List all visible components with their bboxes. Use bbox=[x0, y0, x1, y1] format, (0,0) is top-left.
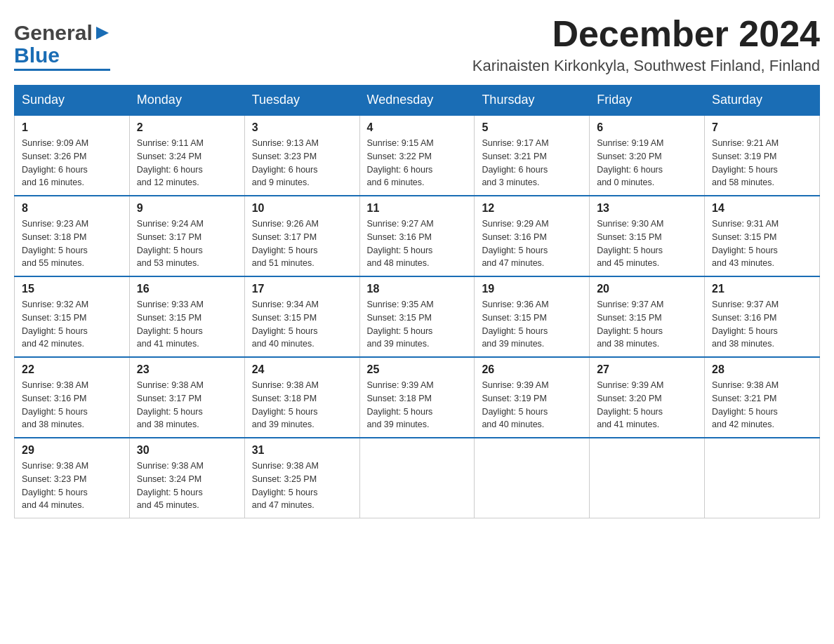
sunset-text: Sunset: 3:15 PM bbox=[597, 232, 661, 242]
sunrise-text: Sunrise: 9:39 AM bbox=[367, 380, 434, 390]
day-info: Sunrise: 9:38 AM Sunset: 3:21 PM Dayligh… bbox=[712, 379, 812, 431]
daylight-text: Daylight: 6 hours bbox=[22, 165, 88, 175]
day-number: 27 bbox=[597, 363, 697, 376]
sunrise-text: Sunrise: 9:30 AM bbox=[597, 219, 663, 229]
sunrise-text: Sunrise: 9:38 AM bbox=[712, 380, 779, 390]
sunset-text: Sunset: 3:26 PM bbox=[22, 152, 86, 161]
minutes-text: and 53 minutes. bbox=[137, 258, 199, 268]
sunset-text: Sunset: 3:15 PM bbox=[252, 313, 317, 323]
calendar-cell: 6 Sunrise: 9:19 AM Sunset: 3:20 PM Dayli… bbox=[590, 115, 705, 196]
daylight-text: Daylight: 6 hours bbox=[137, 165, 203, 175]
day-info: Sunrise: 9:39 AM Sunset: 3:18 PM Dayligh… bbox=[367, 379, 468, 431]
sunset-text: Sunset: 3:24 PM bbox=[137, 474, 201, 484]
day-info: Sunrise: 9:34 AM Sunset: 3:15 PM Dayligh… bbox=[252, 298, 352, 351]
day-info: Sunrise: 9:31 AM Sunset: 3:15 PM Dayligh… bbox=[712, 217, 812, 270]
daylight-text: Daylight: 6 hours bbox=[597, 165, 663, 175]
daylight-text: Daylight: 5 hours bbox=[252, 488, 318, 497]
daylight-text: Daylight: 5 hours bbox=[597, 246, 663, 255]
sunrise-text: Sunrise: 9:13 AM bbox=[252, 138, 319, 148]
week-row-4: 22 Sunrise: 9:38 AM Sunset: 3:16 PM Dayl… bbox=[15, 357, 820, 438]
daylight-text: Daylight: 6 hours bbox=[482, 165, 548, 175]
daylight-text: Daylight: 5 hours bbox=[367, 407, 433, 417]
daylight-text: Daylight: 5 hours bbox=[137, 326, 203, 336]
sunset-text: Sunset: 3:20 PM bbox=[597, 152, 661, 161]
day-number: 21 bbox=[712, 283, 812, 295]
sunrise-text: Sunrise: 9:29 AM bbox=[482, 219, 548, 229]
page-header: General Blue December 2024 Karinaisten K… bbox=[14, 14, 820, 78]
calendar-cell: 16 Sunrise: 9:33 AM Sunset: 3:15 PM Dayl… bbox=[129, 276, 244, 357]
day-info: Sunrise: 9:26 AM Sunset: 3:17 PM Dayligh… bbox=[252, 217, 352, 270]
sunrise-text: Sunrise: 9:31 AM bbox=[712, 219, 779, 229]
sunset-text: Sunset: 3:21 PM bbox=[712, 394, 776, 403]
daylight-text: Daylight: 5 hours bbox=[597, 326, 663, 336]
minutes-text: and 39 minutes. bbox=[367, 339, 430, 349]
day-number: 10 bbox=[252, 202, 352, 215]
daylight-text: Daylight: 5 hours bbox=[252, 246, 318, 255]
week-row-3: 15 Sunrise: 9:32 AM Sunset: 3:15 PM Dayl… bbox=[15, 276, 820, 357]
sunset-text: Sunset: 3:23 PM bbox=[22, 474, 86, 484]
minutes-text: and 39 minutes. bbox=[367, 420, 430, 429]
day-number: 1 bbox=[22, 121, 122, 134]
day-info: Sunrise: 9:38 AM Sunset: 3:24 PM Dayligh… bbox=[137, 459, 237, 512]
day-number: 11 bbox=[367, 202, 468, 215]
minutes-text: and 38 minutes. bbox=[137, 420, 199, 429]
logo-line1: General bbox=[14, 21, 110, 45]
minutes-text: and 39 minutes. bbox=[482, 339, 544, 349]
sunrise-text: Sunrise: 9:38 AM bbox=[252, 461, 319, 471]
daylight-text: Daylight: 5 hours bbox=[712, 407, 778, 417]
sunset-text: Sunset: 3:18 PM bbox=[367, 394, 432, 403]
header-wednesday: Wednesday bbox=[359, 86, 475, 116]
calendar-cell bbox=[359, 438, 475, 518]
calendar-cell: 19 Sunrise: 9:36 AM Sunset: 3:15 PM Dayl… bbox=[475, 276, 590, 357]
sunset-text: Sunset: 3:18 PM bbox=[22, 232, 86, 242]
minutes-text: and 9 minutes. bbox=[252, 177, 310, 187]
header-tuesday: Tuesday bbox=[244, 86, 359, 116]
minutes-text: and 48 minutes. bbox=[367, 258, 430, 268]
calendar-cell bbox=[705, 438, 820, 518]
daylight-text: Daylight: 6 hours bbox=[367, 165, 433, 175]
minutes-text: and 3 minutes. bbox=[482, 177, 539, 187]
day-number: 3 bbox=[252, 121, 352, 134]
calendar-cell: 15 Sunrise: 9:32 AM Sunset: 3:15 PM Dayl… bbox=[15, 276, 130, 357]
day-number: 8 bbox=[22, 202, 122, 215]
minutes-text: and 16 minutes. bbox=[22, 177, 84, 187]
sunrise-text: Sunrise: 9:34 AM bbox=[252, 300, 319, 309]
day-number: 6 bbox=[597, 121, 697, 134]
day-info: Sunrise: 9:37 AM Sunset: 3:16 PM Dayligh… bbox=[712, 298, 812, 351]
sunrise-text: Sunrise: 9:32 AM bbox=[22, 300, 88, 309]
sunrise-text: Sunrise: 9:35 AM bbox=[367, 300, 434, 309]
sunrise-text: Sunrise: 9:23 AM bbox=[22, 219, 88, 229]
calendar-cell: 18 Sunrise: 9:35 AM Sunset: 3:15 PM Dayl… bbox=[359, 276, 475, 357]
day-number: 30 bbox=[137, 444, 237, 457]
calendar-cell: 29 Sunrise: 9:38 AM Sunset: 3:23 PM Dayl… bbox=[15, 438, 130, 518]
calendar-cell: 13 Sunrise: 9:30 AM Sunset: 3:15 PM Dayl… bbox=[590, 196, 705, 276]
logo-general-text: General bbox=[14, 21, 93, 45]
day-info: Sunrise: 9:39 AM Sunset: 3:20 PM Dayligh… bbox=[597, 379, 697, 431]
calendar-cell: 31 Sunrise: 9:38 AM Sunset: 3:25 PM Dayl… bbox=[244, 438, 359, 518]
header-saturday: Saturday bbox=[705, 86, 820, 116]
daylight-text: Daylight: 5 hours bbox=[482, 326, 548, 336]
minutes-text: and 43 minutes. bbox=[712, 258, 774, 268]
calendar-cell: 12 Sunrise: 9:29 AM Sunset: 3:16 PM Dayl… bbox=[475, 196, 590, 276]
day-number: 16 bbox=[137, 283, 237, 295]
day-info: Sunrise: 9:30 AM Sunset: 3:15 PM Dayligh… bbox=[597, 217, 697, 270]
day-info: Sunrise: 9:15 AM Sunset: 3:22 PM Dayligh… bbox=[367, 137, 468, 189]
day-info: Sunrise: 9:27 AM Sunset: 3:16 PM Dayligh… bbox=[367, 217, 468, 270]
daylight-text: Daylight: 5 hours bbox=[137, 488, 203, 497]
day-info: Sunrise: 9:38 AM Sunset: 3:23 PM Dayligh… bbox=[22, 459, 122, 512]
header-row: SundayMondayTuesdayWednesdayThursdayFrid… bbox=[15, 86, 820, 116]
minutes-text: and 51 minutes. bbox=[252, 258, 315, 268]
logo-arrow-icon bbox=[95, 25, 110, 41]
minutes-text: and 39 minutes. bbox=[252, 420, 315, 429]
daylight-text: Daylight: 5 hours bbox=[22, 488, 88, 497]
daylight-text: Daylight: 5 hours bbox=[597, 407, 663, 417]
day-number: 12 bbox=[482, 202, 582, 215]
sunrise-text: Sunrise: 9:37 AM bbox=[712, 300, 779, 309]
week-row-2: 8 Sunrise: 9:23 AM Sunset: 3:18 PM Dayli… bbox=[15, 196, 820, 276]
calendar-cell: 11 Sunrise: 9:27 AM Sunset: 3:16 PM Dayl… bbox=[359, 196, 475, 276]
day-info: Sunrise: 9:38 AM Sunset: 3:25 PM Dayligh… bbox=[252, 459, 352, 512]
day-number: 19 bbox=[482, 283, 582, 295]
day-number: 7 bbox=[712, 121, 812, 134]
logo: General Blue bbox=[14, 14, 110, 78]
sunrise-text: Sunrise: 9:24 AM bbox=[137, 219, 204, 229]
